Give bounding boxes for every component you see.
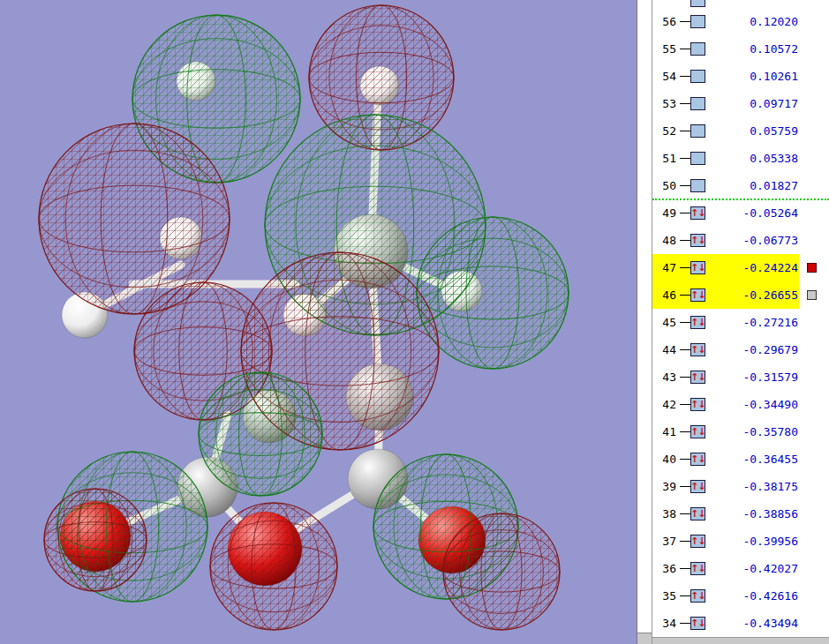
occupancy-checkbox[interactable]: ↑↓: [690, 371, 705, 384]
orbital-energy: -0.38856: [705, 507, 799, 520]
orbital-row-42[interactable]: 42↑↓-0.34490: [652, 391, 829, 418]
orbital-energy: -0.43494: [705, 617, 799, 630]
orbital-number: 54: [652, 70, 676, 83]
orbital-row-main: 550.10572: [652, 35, 799, 63]
spin-down-icon: ↓: [698, 318, 705, 327]
occupancy-checkbox[interactable]: ↑↓: [690, 261, 705, 274]
tick-line: [680, 486, 690, 487]
orbital-row-52[interactable]: 520.05759: [652, 117, 829, 145]
tick-line: [680, 322, 690, 323]
spin-down-icon: ↓: [698, 536, 705, 546]
tick-line: [680, 595, 690, 596]
orbital-row-38[interactable]: 38↑↓-0.38856: [652, 500, 829, 528]
orbital-row-45[interactable]: 45↑↓-0.27216: [652, 309, 829, 336]
orbital-row-37[interactable]: 37↑↓-0.39956: [652, 528, 829, 555]
occupancy-checkbox[interactable]: ↑↓: [690, 535, 705, 548]
occupancy-checkbox[interactable]: ↑↓: [690, 480, 705, 493]
horizontal-scrollbar[interactable]: [652, 637, 829, 644]
orbital-row-48[interactable]: 48↑↓-0.06773: [652, 227, 829, 254]
orbital-row-56[interactable]: 560.12020: [652, 8, 829, 35]
molecule-viewport[interactable]: [0, 0, 637, 644]
occupancy-checkbox[interactable]: [690, 124, 705, 138]
occupancy-checkbox[interactable]: ↑↓: [690, 288, 705, 302]
orbital-lobe-green: [199, 372, 322, 496]
tick-line: [680, 568, 690, 569]
spin-up-icon: ↑: [690, 400, 697, 409]
orbital-row-47[interactable]: 47↑↓-0.24224: [652, 254, 829, 281]
orbital-number: 46: [652, 288, 676, 302]
orbital-number: 40: [652, 453, 676, 466]
tick-line: [680, 76, 690, 77]
occupancy-checkbox[interactable]: [690, 152, 705, 165]
occupancy-checkbox[interactable]: [690, 97, 705, 110]
orbital-row-41[interactable]: 41↑↓-0.35780: [652, 418, 829, 446]
orbital-row-53[interactable]: 530.09717: [652, 90, 829, 117]
orbital-row-44[interactable]: 44↑↓-0.29679: [652, 336, 829, 363]
orbital-energy: 0.01827: [705, 179, 799, 192]
orbital-lobe-green: [417, 217, 569, 369]
orbital-row-55[interactable]: 550.10572: [652, 35, 829, 63]
occupancy-checkbox[interactable]: ↑↓: [690, 234, 705, 247]
occupancy-checkbox[interactable]: ↑↓: [690, 507, 705, 520]
orbital-lobe-darkred: [210, 503, 337, 630]
spin-down-icon: ↓: [698, 400, 705, 409]
occupancy-checkbox[interactable]: [690, 70, 705, 83]
occupancy-checkbox[interactable]: [690, 0, 705, 7]
tick-line: [680, 541, 690, 542]
orbital-row-40[interactable]: 40↑↓-0.36455: [652, 446, 829, 473]
occupancy-checkbox[interactable]: ↑↓: [690, 425, 705, 438]
orbital-row-46[interactable]: 46↑↓-0.26655: [652, 281, 829, 309]
orbital-number: 45: [652, 316, 676, 329]
spin-up-icon: ↑: [690, 536, 697, 546]
orbital-number: 35: [652, 589, 676, 603]
orbital-energy: 0.05759: [705, 124, 799, 138]
occupancy-checkbox[interactable]: [690, 42, 705, 56]
orbital-energy: -0.29679: [705, 343, 799, 356]
occupancy-checkbox[interactable]: ↑↓: [690, 589, 705, 603]
orbital-row-main: 530.09717: [652, 90, 799, 117]
occupancy-checkbox[interactable]: ↑↓: [690, 316, 705, 329]
spin-up-icon: ↑: [690, 345, 697, 355]
spin-down-icon: ↓: [698, 618, 705, 628]
orbital-row-50[interactable]: 500.01827: [652, 172, 829, 199]
orbital-number: 37: [652, 535, 676, 548]
orbital-row-51[interactable]: 510.05338: [652, 145, 829, 172]
orbital-lobe-darkred: [44, 489, 147, 591]
orbital-row-36[interactable]: 36↑↓-0.42027: [652, 555, 829, 582]
orbital-energy: -0.27216: [705, 316, 799, 329]
spin-up-icon: ↑: [690, 564, 697, 573]
orbital-row-main: [652, 0, 799, 8]
tick-line: [680, 295, 690, 296]
occupancy-checkbox[interactable]: ↑↓: [690, 617, 705, 630]
occupancy-checkbox[interactable]: ↑↓: [690, 343, 705, 356]
tick-line: [680, 377, 690, 378]
orbital-number: 41: [652, 425, 676, 438]
orbital-energy: 0.10261: [705, 70, 799, 83]
orbital-row-main: 46↑↓-0.26655: [652, 281, 799, 309]
orbital-energy: -0.42027: [705, 562, 799, 575]
orbital-row-49[interactable]: 49↑↓-0.05264: [652, 199, 829, 227]
orbital-row-34[interactable]: 34↑↓-0.43494: [652, 610, 829, 637]
tick-line: [680, 349, 690, 350]
occupancy-checkbox[interactable]: ↑↓: [690, 453, 705, 466]
orbital-energy: -0.39956: [705, 535, 799, 548]
orbital-number: 48: [652, 234, 676, 247]
occupancy-checkbox[interactable]: ↑↓: [690, 562, 705, 575]
occupancy-checkbox[interactable]: [690, 179, 705, 192]
occupancy-checkbox[interactable]: ↑↓: [690, 206, 705, 220]
orbital-row-35[interactable]: 35↑↓-0.42616: [652, 582, 829, 610]
tick-line: [680, 513, 690, 514]
orbital-number: 43: [652, 371, 676, 384]
tick-line: [680, 158, 690, 159]
tick-line: [680, 213, 690, 213]
vertical-scrollbar[interactable]: [637, 0, 652, 644]
orbital-row-main: 39↑↓-0.38175: [652, 473, 799, 500]
tick-line: [680, 21, 690, 22]
orbital-row-39[interactable]: 39↑↓-0.38175: [652, 473, 829, 500]
orbital-row-main: 49↑↓-0.05264: [652, 199, 799, 227]
orbital-row-54[interactable]: 540.10261: [652, 63, 829, 90]
occupancy-checkbox[interactable]: ↑↓: [690, 398, 705, 411]
occupancy-checkbox[interactable]: [690, 15, 705, 28]
orbital-row-partial[interactable]: [652, 0, 829, 8]
orbital-row-43[interactable]: 43↑↓-0.31579: [652, 363, 829, 391]
